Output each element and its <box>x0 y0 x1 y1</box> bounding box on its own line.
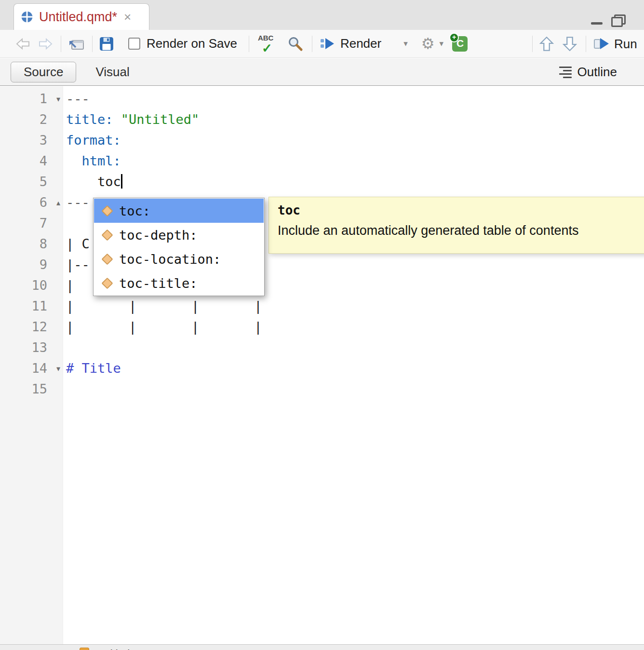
code-line[interactable]: 2title: "Untitled" <box>0 109 644 130</box>
save-button[interactable] <box>99 37 114 51</box>
yaml-option-icon <box>101 229 113 241</box>
go-to-next-section-button[interactable] <box>563 36 577 52</box>
chunk-plus-icon: + <box>449 33 459 42</box>
code-line[interactable]: 3format: <box>0 130 644 150</box>
outline-toggle[interactable]: Outline <box>559 58 617 86</box>
code-line[interactable]: 12| | | | <box>0 316 644 337</box>
toolbar-separator <box>61 36 61 52</box>
toolbar-right-group: Run <box>532 30 637 58</box>
arrow-up-icon <box>539 36 554 52</box>
code-text <box>63 337 66 358</box>
settings-dropdown-caret-icon[interactable]: ▾ <box>440 39 444 49</box>
toolbar-separator <box>532 36 533 52</box>
maximize-pane-icon[interactable] <box>611 14 626 27</box>
outline-label: Outline <box>577 65 617 80</box>
open-in-new-window-button[interactable] <box>69 37 85 51</box>
run-button[interactable]: Run <box>594 37 637 52</box>
code-line[interactable]: 4 html: <box>0 150 644 171</box>
line-number: 13 <box>0 337 63 358</box>
tab-bar: Untitled.qmd* × <box>0 0 644 30</box>
tab-visual-mode[interactable]: Visual <box>91 62 134 82</box>
code-text: format: <box>63 130 121 150</box>
line-number: 1▾ <box>0 88 63 109</box>
toolbar: Render on Save ABC ✓ Render ▾ ⚙ ▾ C + <box>0 30 644 58</box>
yaml-option-icon <box>101 253 113 265</box>
settings-gear-icon[interactable]: ⚙ <box>421 36 435 51</box>
autocomplete-item[interactable]: toc-title: <box>94 271 264 295</box>
fold-marker-up-icon[interactable]: ▴ <box>56 192 60 213</box>
code-line[interactable]: 15 <box>0 379 644 399</box>
back-button[interactable] <box>14 38 32 50</box>
filetype-label: Quarto <box>545 648 577 650</box>
autocomplete-item[interactable]: toc-depth: <box>94 223 264 247</box>
tooltip-title: toc <box>278 203 644 217</box>
code-line[interactable]: 1▾--- <box>0 88 644 109</box>
code-line[interactable]: 14▾# Title <box>0 358 644 379</box>
tab-close-icon[interactable]: × <box>124 11 131 23</box>
toolbar-separator <box>586 36 586 52</box>
autocomplete-item[interactable]: toc: <box>94 199 264 223</box>
scope-section-icon <box>80 648 89 650</box>
run-label: Run <box>614 37 637 52</box>
code-line[interactable]: 13 <box>0 337 644 358</box>
line-number: 2 <box>0 109 63 130</box>
code-text: | C <box>63 233 90 254</box>
code-text: title: "Untitled" <box>63 109 199 130</box>
code-text <box>63 379 66 399</box>
line-number: 7 <box>0 213 63 233</box>
toolbar-separator <box>92 36 93 52</box>
code-text: toc <box>63 171 122 192</box>
render-on-save-label[interactable]: Render on Save <box>147 36 237 51</box>
line-number: 3 <box>0 130 63 150</box>
code-text: | | | | <box>63 316 262 337</box>
tab-untitled-qmd[interactable]: Untitled.qmd* × <box>13 3 149 30</box>
line-number: 6▴ <box>0 192 63 213</box>
toolbar-separator <box>312 36 312 52</box>
code-text <box>63 213 66 233</box>
code-line[interactable]: 11| | | | <box>0 296 644 316</box>
render-icon <box>320 38 335 50</box>
arrow-down-icon <box>563 36 577 52</box>
insert-chunk-button[interactable]: C + <box>452 36 468 52</box>
yaml-option-icon <box>101 205 113 217</box>
autocomplete-popup: toc:toc-depth:toc-location:toc-title: <box>93 198 265 296</box>
forward-button[interactable] <box>37 38 54 50</box>
tab-source-mode[interactable]: Source <box>11 62 76 82</box>
code-text: | | | | <box>63 296 262 316</box>
status-bar: 5:8 Untitled Quarto ▾ <box>0 644 644 650</box>
autocomplete-item-label: toc-location: <box>119 252 221 267</box>
search-icon <box>288 36 303 52</box>
code-text: # Title <box>63 358 121 379</box>
code-text: |-- <box>63 254 90 275</box>
quarto-icon <box>21 11 33 23</box>
source-editor[interactable]: 1▾---2title: "Untitled"3format:4 html:5 … <box>0 86 644 650</box>
scope-label[interactable]: Untitled <box>94 648 130 650</box>
autocomplete-item-label: toc-title: <box>119 276 198 291</box>
yaml-option-icon <box>101 277 113 289</box>
find-replace-button[interactable] <box>288 36 303 52</box>
back-arrow-icon <box>14 38 32 50</box>
minimize-pane-icon[interactable] <box>591 22 603 25</box>
go-to-previous-section-button[interactable] <box>539 36 554 52</box>
spellcheck-button[interactable]: ABC ✓ <box>257 34 280 54</box>
render-dropdown-caret-icon[interactable]: ▾ <box>403 39 408 49</box>
line-number: 9 <box>0 254 63 275</box>
line-number: 5 <box>0 171 63 192</box>
fold-marker-down-icon[interactable]: ▾ <box>56 89 60 109</box>
code-text: --- <box>63 88 90 109</box>
render-on-save-checkbox[interactable] <box>128 38 140 50</box>
autocomplete-item[interactable]: toc-location: <box>94 247 264 271</box>
render-button[interactable]: Render <box>320 36 381 51</box>
spellcheck-check-icon: ✓ <box>262 41 272 56</box>
cursor-position[interactable]: 5:8 <box>24 648 39 650</box>
code-line[interactable]: 5 toc <box>0 171 644 192</box>
toolbar-separator <box>249 36 249 52</box>
window-controls <box>591 14 626 27</box>
filetype-selector[interactable]: Quarto ▾ <box>545 648 586 650</box>
line-number: 14▾ <box>0 358 63 379</box>
fold-marker-down-icon[interactable]: ▾ <box>56 358 60 379</box>
autocomplete-item-label: toc-depth: <box>119 228 198 243</box>
save-icon <box>99 37 114 51</box>
line-number: 11 <box>0 296 63 316</box>
popout-window-icon <box>69 37 85 51</box>
